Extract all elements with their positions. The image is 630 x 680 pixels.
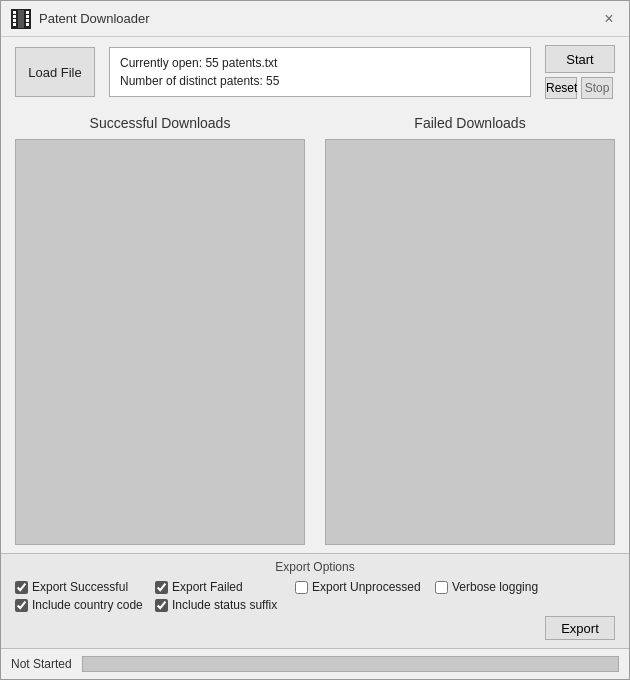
export-failed-label: Export Failed — [172, 580, 243, 594]
main-window: Patent Downloader × Load File Currently … — [0, 0, 630, 680]
window-title: Patent Downloader — [39, 11, 150, 26]
svg-rect-7 — [26, 15, 29, 18]
export-options-panel: Export Options Export Successful Export … — [1, 553, 629, 649]
title-bar: Patent Downloader × — [1, 1, 629, 37]
reset-button[interactable]: Reset — [545, 77, 577, 99]
svg-rect-9 — [26, 23, 29, 26]
svg-rect-8 — [26, 19, 29, 22]
export-button[interactable]: Export — [545, 616, 615, 640]
checkboxes-row-2: Include country code Include status suff… — [15, 598, 615, 612]
successful-downloads-title: Successful Downloads — [15, 111, 305, 135]
verbose-logging-checkbox[interactable] — [435, 581, 448, 594]
svg-rect-5 — [18, 10, 24, 28]
svg-rect-6 — [26, 11, 29, 14]
action-buttons: Start Reset Stop — [545, 45, 615, 99]
export-successful-checkbox[interactable] — [15, 581, 28, 594]
successful-downloads-list — [15, 139, 305, 545]
toolbar: Load File Currently open: 55 patents.txt… — [1, 37, 629, 107]
file-info-line2: Number of distinct patents: 55 — [120, 74, 520, 88]
lists-area: Successful Downloads Failed Downloads — [1, 107, 629, 553]
failed-downloads-list — [325, 139, 615, 545]
export-unprocessed-checkbox[interactable] — [295, 581, 308, 594]
reset-stop-row: Reset Stop — [545, 77, 615, 99]
svg-rect-4 — [13, 23, 16, 26]
verbose-logging-option[interactable]: Verbose logging — [435, 580, 575, 594]
include-country-code-label: Include country code — [32, 598, 143, 612]
include-country-code-option[interactable]: Include country code — [15, 598, 155, 612]
failed-downloads-section: Failed Downloads — [325, 111, 615, 545]
include-status-suffix-option[interactable]: Include status suffix — [155, 598, 295, 612]
export-unprocessed-label: Export Unprocessed — [312, 580, 421, 594]
app-icon — [11, 9, 31, 29]
status-label: Not Started — [11, 657, 72, 671]
load-file-button[interactable]: Load File — [15, 47, 95, 97]
failed-downloads-title: Failed Downloads — [325, 111, 615, 135]
successful-downloads-section: Successful Downloads — [15, 111, 305, 545]
export-failed-option[interactable]: Export Failed — [155, 580, 295, 594]
svg-rect-1 — [13, 11, 16, 14]
export-options-title: Export Options — [15, 560, 615, 574]
file-info-line1: Currently open: 55 patents.txt — [120, 56, 520, 70]
status-bar: Not Started — [1, 649, 629, 679]
include-status-suffix-checkbox[interactable] — [155, 599, 168, 612]
include-country-code-checkbox[interactable] — [15, 599, 28, 612]
close-button[interactable]: × — [599, 9, 619, 29]
export-row: Export — [15, 616, 615, 640]
export-failed-checkbox[interactable] — [155, 581, 168, 594]
file-info-panel: Currently open: 55 patents.txt Number of… — [109, 47, 531, 97]
svg-rect-3 — [13, 19, 16, 22]
export-unprocessed-option[interactable]: Export Unprocessed — [295, 580, 435, 594]
export-successful-label: Export Successful — [32, 580, 128, 594]
checkboxes-row-1: Export Successful Export Failed Export U… — [15, 580, 615, 594]
title-bar-left: Patent Downloader — [11, 9, 150, 29]
include-status-suffix-label: Include status suffix — [172, 598, 277, 612]
stop-button[interactable]: Stop — [581, 77, 613, 99]
progress-bar — [82, 656, 619, 672]
start-button[interactable]: Start — [545, 45, 615, 73]
svg-rect-2 — [13, 15, 16, 18]
export-successful-option[interactable]: Export Successful — [15, 580, 155, 594]
verbose-logging-label: Verbose logging — [452, 580, 538, 594]
